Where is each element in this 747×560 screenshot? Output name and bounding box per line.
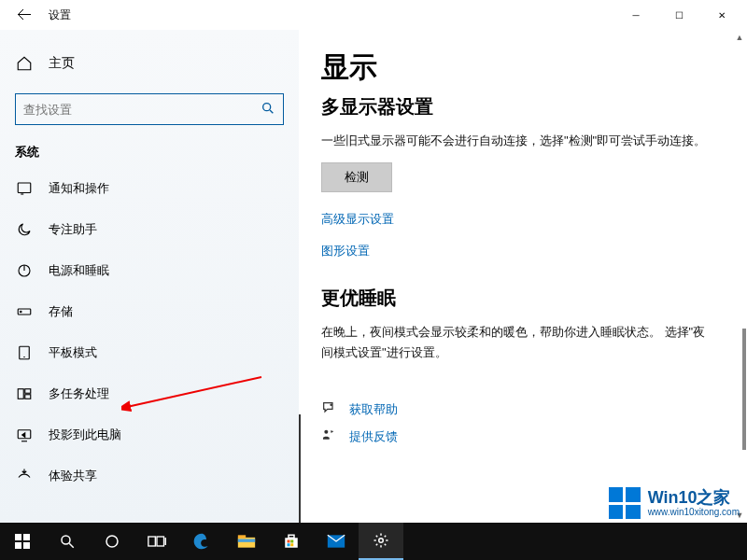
feedback-label: 提供反馈 [349, 428, 398, 445]
watermark-title: Win10之家 [648, 489, 740, 508]
titlebar: 🡠 设置 ─ ☐ ✕ [0, 0, 747, 30]
sidebar: 主页 系统 通知和操作 专注助手 电源和睡眠 [0, 30, 299, 523]
svg-line-1 [270, 110, 273, 113]
page-heading: 显示 [321, 49, 710, 87]
store-icon[interactable] [269, 523, 314, 560]
graphics-settings-link[interactable]: 图形设置 [321, 243, 710, 259]
content-pane: 显示 多显示器设置 一些旧式显示器可能不会进行自动连接，选择"检测"即可尝试手动… [299, 30, 747, 523]
svg-rect-32 [290, 540, 293, 543]
svg-point-22 [106, 536, 118, 547]
nav-storage[interactable]: 存储 [15, 291, 284, 332]
svg-rect-2 [18, 183, 31, 193]
nav-project-to-pc[interactable]: 投影到此电脑 [15, 414, 284, 455]
task-view-icon[interactable] [134, 523, 179, 560]
storage-icon [15, 302, 34, 321]
svg-point-6 [21, 311, 22, 313]
start-button[interactable] [0, 523, 45, 560]
tablet-icon [15, 343, 34, 362]
better-sleep-desc: 在晚上，夜间模式会显示较柔和的暖色，帮助你进入睡眠状态。 选择"夜间模式设置"进… [321, 322, 710, 363]
window-title: 设置 [45, 7, 71, 23]
nav-shared-exp[interactable]: 体验共享 [15, 455, 284, 497]
svg-rect-24 [157, 537, 164, 546]
taskbar [0, 523, 747, 560]
taskbar-search-icon[interactable] [45, 523, 90, 560]
mail-icon[interactable] [314, 523, 359, 560]
svg-rect-19 [23, 542, 30, 549]
nav-label: 体验共享 [49, 468, 97, 484]
svg-rect-9 [18, 389, 23, 399]
section-better-sleep: 更优睡眠 [321, 286, 710, 311]
search-box[interactable] [15, 93, 284, 125]
nav-label: 多任务处理 [49, 385, 109, 402]
watermark: Win10之家 www.win10xitong.com [609, 487, 740, 519]
minimize-button[interactable]: ─ [614, 0, 657, 30]
feedback-icon [321, 427, 336, 445]
maximize-button[interactable]: ☐ [657, 0, 700, 30]
nav-label: 电源和睡眠 [49, 262, 109, 279]
nav-label: 专注助手 [49, 221, 97, 238]
close-button[interactable]: ✕ [700, 0, 743, 30]
svg-rect-11 [25, 395, 31, 399]
content-divider [299, 414, 301, 523]
svg-point-36 [379, 539, 384, 543]
watermark-url: www.win10xitong.com [648, 507, 740, 517]
give-feedback-link[interactable]: 提供反馈 [321, 427, 710, 445]
svg-point-14 [331, 404, 331, 405]
group-label: 系统 [15, 144, 284, 161]
svg-rect-16 [15, 534, 21, 540]
nav-label: 通知和操作 [49, 180, 109, 197]
home-nav[interactable]: 主页 [15, 45, 284, 82]
svg-point-15 [324, 430, 328, 434]
svg-rect-30 [289, 535, 294, 538]
back-button[interactable]: 🡠 [4, 0, 45, 30]
svg-line-21 [69, 543, 74, 548]
svg-rect-10 [25, 389, 31, 394]
svg-point-0 [263, 103, 271, 110]
svg-rect-23 [148, 537, 156, 546]
window-scrollbar[interactable]: ▲ ▼ [732, 30, 747, 523]
help-label: 获取帮助 [349, 401, 398, 418]
share-icon [15, 467, 34, 485]
svg-rect-17 [23, 534, 30, 540]
home-label: 主页 [49, 55, 75, 72]
svg-rect-28 [238, 539, 255, 542]
file-explorer-icon[interactable] [224, 523, 269, 560]
help-icon [321, 400, 336, 418]
scroll-up-icon[interactable]: ▲ [732, 30, 747, 45]
settings-taskbar-icon[interactable] [359, 523, 403, 560]
nav-label: 存储 [49, 303, 73, 320]
edge-icon[interactable] [179, 523, 224, 560]
search-input[interactable] [23, 103, 261, 117]
svg-rect-26 [238, 538, 255, 548]
section-multi-monitor: 多显示器设置 [321, 94, 710, 119]
svg-rect-27 [238, 535, 246, 538]
nav-tablet-mode[interactable]: 平板模式 [15, 332, 284, 373]
nav-focus-assist[interactable]: 专注助手 [15, 209, 284, 250]
svg-rect-33 [288, 543, 290, 546]
nav-notifications[interactable]: 通知和操作 [15, 168, 284, 209]
svg-rect-31 [288, 540, 290, 543]
home-icon [15, 55, 34, 72]
svg-rect-34 [290, 543, 293, 546]
moon-icon [15, 220, 34, 239]
multitask-icon [15, 385, 34, 403]
nav-label: 平板模式 [49, 344, 97, 361]
advanced-display-link[interactable]: 高级显示设置 [321, 211, 710, 228]
get-help-link[interactable]: 获取帮助 [321, 400, 710, 418]
svg-point-20 [62, 536, 70, 544]
search-icon [261, 101, 275, 119]
detect-button[interactable]: 检测 [321, 162, 392, 192]
power-icon [15, 261, 34, 280]
windows-logo-icon [609, 487, 641, 519]
notifications-icon [15, 179, 34, 198]
svg-rect-18 [15, 542, 21, 549]
multi-monitor-desc: 一些旧式显示器可能不会进行自动连接，选择"检测"即可尝试手动连接。 [321, 131, 710, 151]
nav-power-sleep[interactable]: 电源和睡眠 [15, 250, 284, 291]
nav-multitask[interactable]: 多任务处理 [15, 373, 284, 414]
cortana-icon[interactable] [90, 523, 134, 560]
project-icon [15, 426, 34, 444]
svg-rect-25 [165, 539, 166, 545]
nav-label: 投影到此电脑 [49, 427, 121, 443]
